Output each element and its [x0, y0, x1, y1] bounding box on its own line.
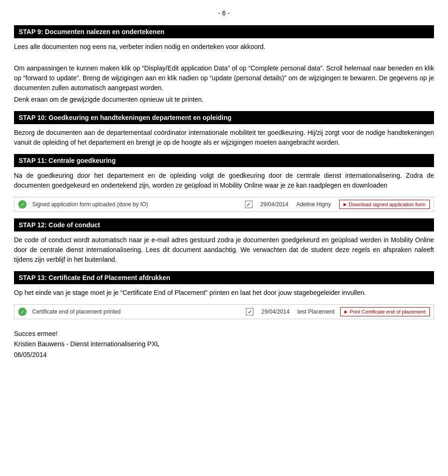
- footer: Succes ermee! Kristien Bauwens - Dienst …: [14, 329, 434, 360]
- stap13-p1: Op het einde van je stage moet je je “Ce…: [14, 288, 434, 298]
- footer-line1: Succes ermee!: [14, 329, 434, 339]
- stap10-header: STAP 10: Goedkeuring en handtekeningen d…: [14, 111, 434, 124]
- doc-user-2: test Placement: [297, 308, 335, 315]
- doc-date-1: 29/04/2014: [258, 201, 291, 208]
- document-row-1: ✓ Signed application form uploaded (done…: [14, 197, 434, 212]
- doc-checkbox-2: ✓: [246, 308, 253, 315]
- doc-user-1: Adeline Higny: [296, 201, 334, 208]
- stap9-body: Lees alle documenten nog eens na, verbet…: [14, 42, 434, 105]
- stap10-p1: Bezorg de documenten aan de departementa…: [14, 128, 434, 147]
- doc-status-icon-1: ✓: [18, 200, 27, 209]
- stap13-body: Op het einde van je stage moet je je “Ce…: [14, 288, 434, 298]
- stap13-header: STAP 13: Certificate End of Placement af…: [14, 271, 434, 284]
- footer-line3: 06/05/2014: [14, 350, 434, 360]
- doc-label-1: Signed application form uploaded (done b…: [32, 201, 239, 208]
- stap12-p1: De code of conduct wordt automatisch naa…: [14, 235, 434, 265]
- stap12-header: STAP 12: Code of conduct: [14, 218, 434, 231]
- stap11-header: STAP 11: Centrale goedkeuring: [14, 154, 434, 167]
- stap9-p1: Lees alle documenten nog eens na, verbet…: [14, 42, 434, 52]
- doc-action-button-2[interactable]: Print Certificate end of placement: [340, 307, 430, 316]
- doc-date-2: 29/04/2014: [259, 308, 292, 315]
- page-number: - 6 -: [14, 9, 434, 17]
- doc-action-button-1[interactable]: Download signed application form: [339, 200, 430, 209]
- stap12-body: De code of conduct wordt automatisch naa…: [14, 235, 434, 265]
- document-row-2: ✓ Certificate end of placement printed ✓…: [14, 304, 434, 319]
- stap9-p3: Denk eraan om de gewijzigde documenten o…: [14, 95, 434, 105]
- doc-status-icon-2: ✓: [18, 308, 27, 316]
- stap9-header: STAP 9: Documenten nalezen en onderteken…: [14, 25, 434, 38]
- stap11-body: Na de goedkeuring door het departement e…: [14, 171, 434, 190]
- footer-line2: Kristien Bauwens - Dienst internationali…: [14, 339, 434, 349]
- stap11-p1: Na de goedkeuring door het departement e…: [14, 171, 434, 190]
- doc-checkbox-1: ✓: [245, 201, 252, 208]
- stap9-p2: Om aanpassingen te kunnen maken klik op …: [14, 63, 434, 93]
- doc-label-2: Certificate end of placement printed: [32, 308, 240, 315]
- stap10-body: Bezorg de documenten aan de departementa…: [14, 128, 434, 147]
